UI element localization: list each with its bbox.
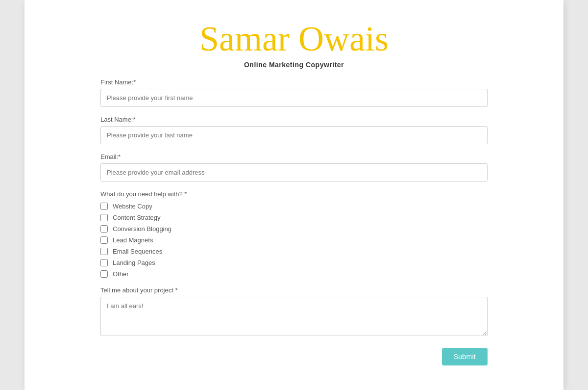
list-item: Email Sequences: [100, 248, 488, 255]
checkbox-label-website-copy[interactable]: Website Copy: [113, 203, 152, 210]
checkbox-conversion-blogging[interactable]: [100, 225, 108, 233]
last-name-group: Last Name:*: [100, 116, 488, 144]
help-label: What do you need help with? *: [100, 190, 488, 198]
checkbox-list: Website CopyContent StrategyConversion B…: [100, 203, 488, 278]
first-name-group: First Name:*: [100, 78, 488, 107]
contact-form: First Name:* Last Name:* Email:* What do…: [100, 78, 488, 365]
last-name-label: Last Name:*: [100, 116, 488, 123]
header: Samar Owais Online Marketing Copywriter: [64, 20, 524, 68]
project-group: Tell me about your project *: [100, 286, 488, 338]
submit-row: Submit: [100, 348, 488, 365]
checkbox-label-lead-magnets[interactable]: Lead Magnets: [113, 236, 153, 244]
project-textarea[interactable]: [100, 297, 488, 336]
checkbox-website-copy[interactable]: [100, 203, 108, 210]
list-item: Landing Pages: [100, 259, 488, 266]
email-label: Email:*: [100, 153, 488, 160]
checkbox-lead-magnets[interactable]: [100, 236, 108, 244]
first-name-input[interactable]: [100, 89, 488, 107]
email-group: Email:*: [100, 153, 488, 182]
checkbox-label-other[interactable]: Other: [113, 270, 129, 278]
first-name-label: First Name:*: [100, 78, 488, 86]
checkbox-label-content-strategy[interactable]: Content Strategy: [113, 214, 161, 221]
checkbox-landing-pages[interactable]: [100, 259, 108, 266]
site-subtitle: Online Marketing Copywriter: [64, 61, 524, 69]
site-title: Samar Owais: [64, 20, 524, 58]
submit-button[interactable]: Submit: [442, 348, 488, 365]
checkbox-label-email-sequences[interactable]: Email Sequences: [113, 248, 162, 255]
checkbox-content-strategy[interactable]: [100, 214, 108, 221]
list-item: Website Copy: [100, 203, 488, 210]
list-item: Conversion Blogging: [100, 225, 488, 233]
checkbox-label-conversion-blogging[interactable]: Conversion Blogging: [113, 225, 172, 233]
help-group: What do you need help with? * Website Co…: [100, 190, 488, 278]
page-wrapper: Samar Owais Online Marketing Copywriter …: [24, 0, 564, 390]
project-label: Tell me about your project *: [100, 286, 488, 294]
email-input[interactable]: [100, 163, 488, 182]
checkbox-email-sequences[interactable]: [100, 248, 108, 255]
list-item: Content Strategy: [100, 214, 488, 221]
last-name-input[interactable]: [100, 126, 488, 144]
checkbox-label-landing-pages[interactable]: Landing Pages: [113, 259, 155, 266]
list-item: Other: [100, 270, 488, 278]
list-item: Lead Magnets: [100, 236, 488, 244]
checkbox-other[interactable]: [100, 270, 108, 278]
